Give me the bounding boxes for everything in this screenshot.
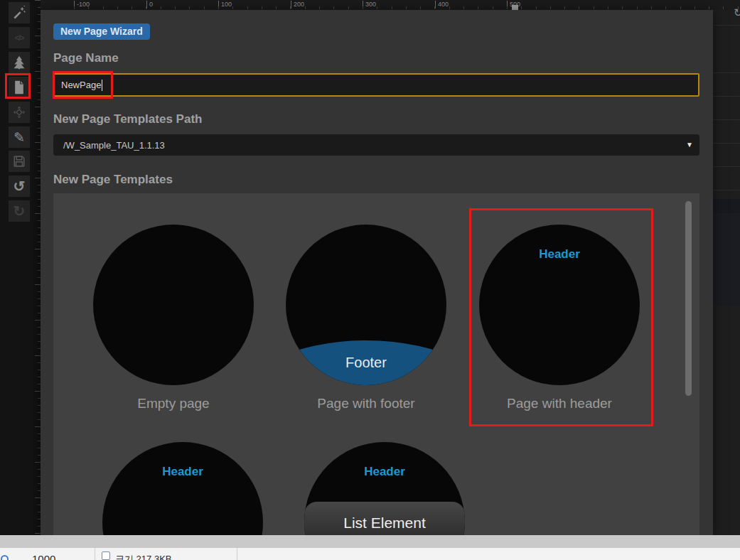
ruler-tick-label: 300	[363, 1, 376, 9]
status-divider	[237, 548, 237, 560]
template-header-page[interactable]: Header	[102, 442, 263, 535]
ruler-tick-label: 400	[435, 1, 449, 9]
highlight-box-page-name	[53, 71, 113, 99]
save-icon	[13, 155, 26, 168]
new-page-wizard-dialog: New Page Wizard Page Name NewPage New Pa…	[41, 10, 713, 535]
templates-scrollbar[interactable]	[685, 201, 692, 396]
template-empty-page[interactable]	[93, 225, 254, 385]
left-toolbar: </> ✎ ↺ ↻	[0, 0, 33, 535]
ruler-tick-label: 100	[218, 1, 232, 9]
highlight-box-page-with-header	[469, 208, 653, 426]
undo-button[interactable]: ↺	[9, 176, 30, 197]
panel-row-dividers	[713, 72, 740, 190]
file-size-label: 크기 217.3KB	[115, 553, 172, 560]
template-caption: Page with footer	[274, 396, 459, 411]
status-divider	[95, 548, 95, 560]
panel-segment	[713, 199, 740, 213]
chevron-down-icon: ▼	[686, 141, 693, 149]
tree-icon	[12, 55, 26, 70]
header-text: Header	[304, 465, 465, 479]
tree-button[interactable]	[9, 52, 30, 73]
page-name-input[interactable]: NewPage	[53, 73, 699, 97]
file-size-icon	[102, 551, 110, 560]
pencil-icon: ✎	[14, 129, 25, 146]
template-header-list-page[interactable]: Header List Element	[304, 442, 465, 535]
footer-text: Footer	[286, 355, 446, 371]
panel-segment	[713, 213, 740, 306]
page-name-label: Page Name	[53, 51, 119, 65]
ruler-tick-label: 0	[146, 1, 153, 9]
magic-wand-button[interactable]	[9, 2, 30, 23]
move-button[interactable]	[9, 102, 30, 123]
undo-icon: ↺	[14, 179, 26, 193]
redo-button[interactable]: ↻	[9, 200, 30, 222]
status-bar: 1000 크기 217.3KB	[0, 548, 740, 560]
refresh-icon[interactable]: ↻	[734, 6, 740, 19]
horizontal-ruler: -100 0 100 200 300 400 500	[41, 0, 740, 10]
right-properties-panel-edge	[713, 10, 740, 535]
code-button[interactable]: </>	[9, 27, 30, 48]
magic-wand-icon	[12, 6, 26, 20]
header-text: Header	[102, 465, 263, 479]
templates-path-value: /W_Sample_TAU_1.1.13	[63, 140, 165, 151]
status-left-value: 1000	[32, 553, 55, 560]
move-icon	[12, 105, 26, 119]
app-root: { "ruler": { "labels": ["-100", "0", "10…	[0, 0, 740, 560]
status-divider-bar	[0, 535, 740, 548]
highlight-box-new-page-tool	[5, 73, 31, 99]
templates-label: New Page Templates	[53, 173, 173, 187]
list-element-area: List Element	[304, 502, 465, 535]
templates-path-select[interactable]: /W_Sample_TAU_1.1.13 ▼	[53, 134, 699, 156]
templates-panel: Footer Header Empty page Page with foote…	[53, 193, 699, 535]
templates-path-label: New Page Templates Path	[53, 112, 202, 126]
status-spinner-icon	[1, 555, 9, 560]
ruler-tick-label: -100	[74, 1, 90, 9]
wizard-title-badge: New Page Wizard	[53, 23, 150, 40]
save-button[interactable]	[9, 151, 30, 172]
template-caption: Empty page	[81, 396, 266, 411]
ruler-tick-label: 200	[291, 1, 304, 9]
redo-icon: ↻	[14, 204, 26, 218]
list-element-text: List Element	[304, 515, 465, 532]
edit-pencil-button[interactable]: ✎	[9, 126, 30, 148]
panel-row-divider	[713, 25, 740, 26]
code-icon: </>	[15, 33, 24, 42]
vertical-ruler	[33, 0, 41, 535]
template-page-with-footer[interactable]: Footer	[286, 225, 446, 385]
